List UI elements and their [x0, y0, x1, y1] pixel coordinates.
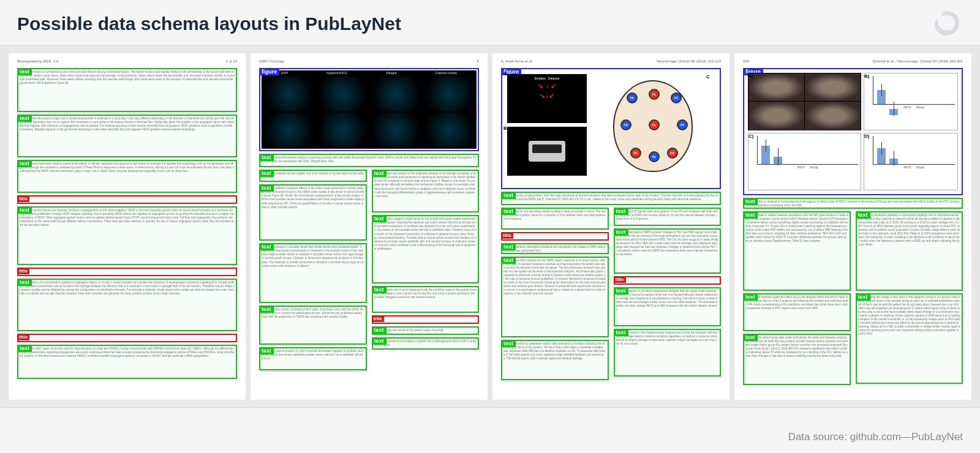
- region-title: title: [501, 232, 609, 241]
- bar-chart-b: B) ANOVStroop: [864, 73, 958, 130]
- text-tag: text: [17, 160, 32, 167]
- region-figure: figure DAPI Hypericin/DiOC Merged Channe…: [259, 68, 479, 152]
- text-tag: text: [17, 206, 32, 214]
- region-figure: figure A) B) ANOVStroop: [743, 68, 963, 195]
- region-text: textAmong the different metabolic effect…: [259, 184, 367, 241]
- region-text: textHealthy well matched significant eff…: [743, 293, 851, 331]
- region-text: textFig 3. The link to cholesterol A ext…: [743, 198, 963, 209]
- region-text: text Some attempts have been made to exa…: [17, 160, 237, 193]
- running-head-right: NeuroImage Clinical 38 (2022) 102-114: [657, 59, 721, 64]
- header: Possible data schema layouts in PubLayNe…: [0, 0, 980, 43]
- microscopy-grid: [262, 75, 477, 149]
- region-text: textAnalyzing the performance data under…: [743, 334, 851, 385]
- running-head: Bioengineering 2023, 1-4 1 of 14: [17, 59, 237, 64]
- region-text: textBaseline solution on our MoS fundame…: [614, 287, 722, 326]
- text-tag: text: [17, 114, 32, 122]
- region-text: textBesides expression in prostate cance…: [259, 243, 367, 303]
- bar-chart-c: C) ANOVStroop: [748, 133, 861, 190]
- page-title: Possible data schema layouts in PubLayNe…: [17, 13, 963, 34]
- sample-page-1: Bioengineering 2023, 1-4 1 of 14 text Fl…: [9, 53, 246, 400]
- text-tag: text: [17, 279, 32, 286]
- running-head-left: A. Amel Asme et al.: [501, 59, 533, 64]
- bar-chart-d: D) ANOVStroop: [864, 133, 958, 190]
- region-text: textIn human prostate tissue express a s…: [372, 337, 480, 350]
- running-head-right: 1 of 14: [226, 59, 237, 64]
- region-text: textPathways of perception pathways in p…: [856, 211, 963, 291]
- title-tag: title: [17, 195, 29, 202]
- region-text: textA similar effect was shown for the u…: [372, 170, 480, 212]
- region-text: textEmitter detector and denoising overa…: [501, 208, 609, 230]
- region-title: title: [17, 334, 237, 342]
- running-head-left: ISRN Oncology: [259, 59, 284, 64]
- text-tag: text: [17, 345, 32, 352]
- headset-photo: [507, 127, 587, 176]
- electrode-map: F3 Fz F4 C3 Cz C4 O1 Oz O2: [613, 80, 693, 172]
- region-text: textThus our results are in good agreeme…: [372, 286, 480, 313]
- pages-row: Bioengineering 2023, 1-4 1 of 14 text Fl…: [0, 45, 980, 408]
- running-head: 296 Schmidt et al. / Neuroimage: Clinica…: [743, 59, 963, 64]
- running-head-right: Schmidt et al. / Neuroimage: Clinical 24…: [872, 59, 963, 64]
- text-tag: text: [259, 154, 274, 161]
- region-text: textAll presented EEG analysis for this …: [501, 256, 609, 337]
- sample-page-4: 296 Schmidt et al. / Neuroimage: Clinica…: [734, 53, 971, 400]
- region-text: textTaken together the results of the pr…: [372, 326, 480, 335]
- leaf-logo-icon: [931, 7, 963, 39]
- region-text: textHe was delivered by caesarean sectio…: [501, 340, 609, 380]
- region-text: textIt is unclear whether we can explain…: [259, 170, 367, 182]
- region-title: title: [17, 268, 237, 276]
- region-text: text The generation of a concentration g…: [17, 279, 237, 331]
- region-text: text An example of EC types commonly use…: [17, 345, 237, 379]
- running-head: ISRN Oncology 9: [259, 59, 479, 64]
- region-text: textStatistical iteration calculations b…: [501, 243, 609, 254]
- region-figure: figure A Emitters Detector ↘ ↓ ↙↘↓↙ B C …: [501, 68, 721, 189]
- region-text: text Fluid shear stress is considered as…: [17, 68, 237, 112]
- brain-slices: [748, 73, 861, 130]
- region-text: text Angiogenic growth factors are inten…: [17, 206, 237, 265]
- figure-tag: figure: [259, 68, 279, 75]
- region-title: title: [17, 195, 237, 204]
- emitter-diagram: Emitters Detector ↘ ↓ ↙↘↓↙: [507, 74, 587, 123]
- running-head: A. Amel Asme et al. NeuroImage Clinical …: [501, 59, 721, 64]
- running-head-left: 296: [743, 59, 749, 64]
- region-text: textFig 1. A Sources of optical fibers f…: [501, 192, 721, 205]
- region-text: textThe NIRS fluctuations fNIRS dynamic …: [614, 228, 722, 274]
- region-text: textAmong the plasma proteins or other i…: [259, 347, 367, 370]
- running-head-right: 9: [477, 59, 479, 64]
- region-text: textThese can also suggest a significanc…: [372, 215, 480, 283]
- region-text: text Figure 3. Immunofluorescent analysi…: [259, 154, 479, 167]
- text-tag: text: [17, 68, 32, 75]
- region-title: title: [372, 315, 480, 324]
- region-text: textThe one being the enable of face tas…: [856, 293, 963, 384]
- sample-page-2: ISRN Oncology 9 figure DAPI Hypericin/Di…: [251, 53, 488, 400]
- running-head-left: Bioengineering 2023, 1-4: [17, 59, 58, 64]
- region-text: textCollection and 25 typical trains tim…: [614, 208, 722, 226]
- region-title: title: [614, 276, 722, 285]
- title-tag: title: [17, 268, 29, 274]
- region-text: textThe most often closely correlated pr…: [259, 305, 367, 345]
- region-text: text Interstitial flow also plays a majo…: [17, 114, 237, 157]
- sample-page-3: A. Amel Asme et al. NeuroImage Clinical …: [492, 53, 729, 400]
- region-text: textThe fNIRS criteria in the metachroma…: [614, 329, 722, 376]
- region-text: textAfter the phase of related baseline …: [743, 211, 851, 291]
- title-tag: title: [17, 334, 29, 340]
- data-source-footer: Data source: github.com—PubLayNet: [788, 431, 963, 443]
